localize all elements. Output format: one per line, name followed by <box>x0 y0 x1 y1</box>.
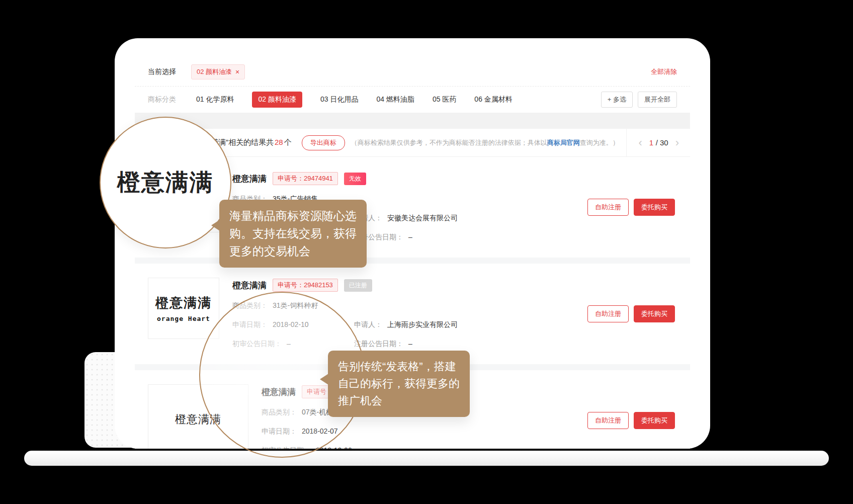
callout-arrow-icon <box>314 374 328 385</box>
tab-category-04[interactable]: 04 燃料油脂 <box>376 92 414 108</box>
first-publication-label: 初审公告日期： <box>262 444 311 449</box>
self-register-button[interactable]: 自助注册 <box>587 305 629 322</box>
result-count-number: 28 <box>275 138 283 146</box>
first-publication-value: 2018-10-06 <box>316 444 352 449</box>
trademark-image-text: 橙意满满 <box>155 294 212 312</box>
application-number-tag: 申请号：29474941 <box>273 172 338 185</box>
expand-all-button[interactable]: 展开全部 <box>638 92 677 108</box>
application-number-label: 申请号： <box>278 175 304 182</box>
applicant-label: 申请人： <box>354 318 382 331</box>
self-register-button[interactable]: 自助注册 <box>587 412 629 429</box>
category-field-label: 商品类别： <box>232 299 268 312</box>
selected-filter-tag[interactable]: 02 颜料油漆 × <box>191 64 245 79</box>
reg-publication-value: – <box>408 337 412 350</box>
trademark-image: 橙意满满 <box>148 384 248 449</box>
trademark-name: 橙意满满 <box>232 173 267 185</box>
callout-arrow-icon <box>206 220 220 231</box>
reg-publication-value: – <box>408 230 412 243</box>
trademark-image-text: 橙意满满 <box>175 412 221 427</box>
trademark-title-line: 橙意满满 申请号：29482153 已注册 <box>232 279 577 292</box>
field-line: 申请日期： 2018-02-10 申请人： 上海雨步实业有限公司 <box>232 318 577 331</box>
category-field: 商品类别： 31类-饲料种籽 <box>232 299 354 312</box>
tab-category-03[interactable]: 03 日化用品 <box>320 92 358 108</box>
panel-separator <box>135 113 690 129</box>
trademark-office-link[interactable]: 商标局官网 <box>547 139 580 146</box>
trademark-image: 橙意满满 orange Heart <box>148 278 219 339</box>
current-selection-bar: 当前选择 02 颜料油漆 × 全部清除 <box>135 57 690 87</box>
callout-line: 告别传统“发表格”，搭建 <box>338 358 460 375</box>
first-publication-field: 初审公告日期： – <box>232 337 354 350</box>
trademark-name: 橙意满满 <box>232 280 267 291</box>
result-row: 橙意满满 orange Heart 橙意满满 申请号：29482153 已注册 … <box>135 264 690 364</box>
applicant-value: 安徽美达会展有限公司 <box>387 211 458 224</box>
current-page: 1 <box>649 138 653 147</box>
applicant-value: 上海雨步实业有限公司 <box>387 318 458 331</box>
current-selection-label: 当前选择 <box>148 67 176 76</box>
reg-publication-field: 注册公告日期： – <box>354 337 476 350</box>
status-badge: 无效 <box>344 173 366 185</box>
callout-line: 海量精品商标资源随心选 <box>229 207 357 225</box>
category-field-value: 31类-饲料种籽 <box>273 299 318 312</box>
category-label: 商标分类 <box>148 95 176 104</box>
first-publication-field: 初审公告日期： 2018-10-06 <box>262 444 383 449</box>
filter-panel: 当前选择 02 颜料油漆 × 全部清除 商标分类 01 化学原料 02 颜料油漆… <box>135 57 690 113</box>
application-number-label: 申请号： <box>278 281 304 289</box>
callout-line: 更多的交易机会 <box>229 242 357 260</box>
trademark-details: 橙意满满 申请号：29482153 已注册 商品类别： 31类-饲料种籽 <box>232 278 577 350</box>
selected-filter-tag-text: 02 颜料油漆 <box>197 67 232 76</box>
category-tabs-bar: 商标分类 01 化学原料 02 颜料油漆 03 日化用品 04 燃料油脂 05 … <box>135 87 690 113</box>
entrust-buy-button[interactable]: 委托购买 <box>634 305 675 322</box>
category-field-label: 商品类别： <box>262 405 297 418</box>
row-actions: 自助注册 委托购买 <box>587 305 675 322</box>
row-actions: 自助注册 委托购买 <box>587 412 675 429</box>
multi-select-button[interactable]: + 多选 <box>601 92 633 108</box>
callout-trademark-resources: 海量精品商标资源随心选 购。支持在线交易，获得 更多的交易机会 <box>219 200 367 268</box>
tab-category-06[interactable]: 06 金属材料 <box>474 92 512 108</box>
field-line: 商品类别： 31类-饲料种籽 <box>232 299 577 312</box>
disclaimer-text: （商标检索结果仅供参考，不作为商标能否注册的法律依据；具体以商标局官网查询为准。… <box>351 138 619 147</box>
total-pages: / 30 <box>656 138 668 147</box>
first-publication-value: – <box>287 337 291 350</box>
status-badge: 已注册 <box>344 279 372 292</box>
disclaimer-prefix: （商标检索结果仅供参考，不作为商标能否注册的法律依据；具体以 <box>351 139 547 146</box>
apply-date-field: 申请日期： 2018-02-10 <box>232 318 354 331</box>
row-separator <box>135 258 690 264</box>
reg-publication-field: 注册公告日期： – <box>354 230 476 243</box>
callout-line: 推广机会 <box>338 392 460 409</box>
trademark-title-line: 橙意满满 申请号：29474941 无效 <box>232 172 577 185</box>
remove-filter-icon[interactable]: × <box>235 68 239 75</box>
laptop-base <box>24 451 829 466</box>
reg-publication-label: 注册公告日期： <box>354 337 403 350</box>
disclaimer-suffix: 查询为准。） <box>580 139 619 146</box>
applicant-field: 申请人： 上海雨步实业有限公司 <box>354 318 476 331</box>
magnified-trademark-text: 橙意满满 <box>117 167 214 198</box>
application-number-tag: 申请号：29482153 <box>273 279 338 292</box>
pagination: ‹ 1 / 30 › <box>626 129 690 156</box>
application-number-value: 29482153 <box>304 281 333 289</box>
next-page-icon[interactable]: › <box>675 137 679 148</box>
callout-promotion: 告别传统“发表格”，搭建 自己的标行，获得更多的 推广机会 <box>328 351 470 417</box>
apply-date-label: 申请日期： <box>232 318 268 331</box>
entrust-buy-button[interactable]: 委托购买 <box>634 412 675 429</box>
prev-page-icon[interactable]: ‹ <box>639 137 642 148</box>
applicant-field: 申请人： 安徽美达会展有限公司 <box>354 211 476 224</box>
apply-date-field: 申请日期： 2018-02-07 <box>262 425 383 438</box>
result-count-suffix: 个 <box>284 138 292 146</box>
field-line: 初审公告日期： – 注册公告日期： – <box>232 337 577 350</box>
self-register-button[interactable]: 自助注册 <box>587 199 629 216</box>
page-indicator: 1 / 30 <box>649 138 668 147</box>
tab-category-02-active[interactable]: 02 颜料油漆 <box>252 92 302 108</box>
field-line: 初审公告日期： 2018-10-06 <box>262 444 577 449</box>
row-actions: 自助注册 委托购买 <box>587 199 675 216</box>
trademark-name: 橙意满满 <box>262 386 296 398</box>
tabs-right-buttons: + 多选 展开全部 <box>601 92 677 108</box>
first-publication-label: 初审公告日期： <box>232 337 282 350</box>
field-line: 申请日期： 2018-02-07 <box>262 425 577 438</box>
callout-line: 购。支持在线交易，获得 <box>229 225 357 242</box>
export-trademarks-button[interactable]: 导出商标 <box>302 135 345 150</box>
clear-all-link[interactable]: 全部清除 <box>651 67 677 76</box>
entrust-buy-button[interactable]: 委托购买 <box>634 199 675 216</box>
callout-line: 自己的标行，获得更多的 <box>338 375 460 392</box>
tab-category-01[interactable]: 01 化学原料 <box>196 92 234 108</box>
tab-category-05[interactable]: 05 医药 <box>433 92 456 108</box>
